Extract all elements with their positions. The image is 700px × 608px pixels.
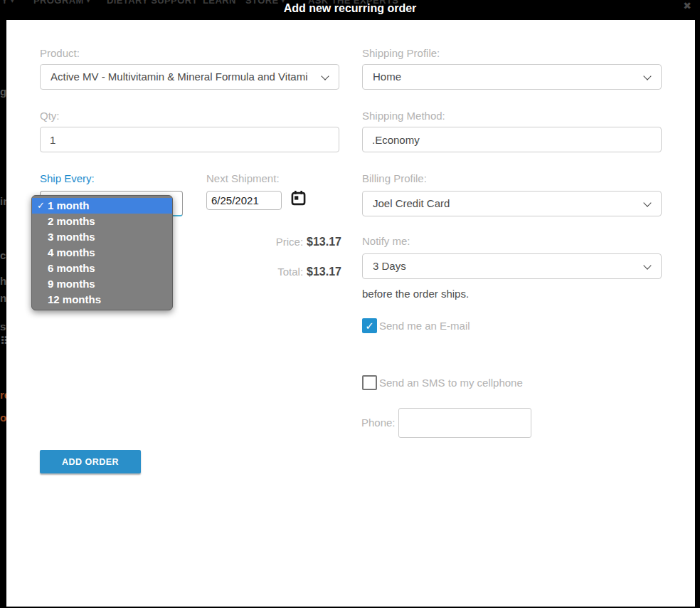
ship-every-dropdown: ✓ 1 month 2 months 3 months 4 months 6 m… <box>31 195 173 310</box>
price-row: Price: $13.17 <box>206 236 341 248</box>
notify-me-select[interactable]: 3 Days <box>362 253 662 279</box>
phone-input[interactable] <box>398 408 531 438</box>
ship-every-option[interactable]: ✓ 1 month <box>32 198 172 214</box>
price-label: Price: <box>276 236 303 248</box>
background-page-fragment: ot <box>0 412 6 424</box>
modal-title: Add new recurring order <box>0 2 700 15</box>
calendar-icon[interactable] <box>291 190 306 206</box>
email-checkbox[interactable]: ✓ <box>362 318 377 333</box>
ship-every-option-label: 12 months <box>48 292 101 308</box>
product-select[interactable]: Active MV - Multivitamin & Mineral Formu… <box>40 64 339 90</box>
ship-every-option-label: 3 months <box>48 229 95 245</box>
shipping-profile-label: Shipping Profile: <box>362 47 440 59</box>
product-label: Product: <box>40 47 80 59</box>
chevron-down-icon <box>643 72 651 80</box>
close-icon[interactable]: ✖ <box>683 0 691 11</box>
total-value: $13.17 <box>307 266 341 278</box>
billing-profile-select-value: Joel Credit Card <box>373 197 450 209</box>
sms-notify-row: ✓ Send an SMS to my cellphone <box>362 375 523 390</box>
email-checkbox-label: Send me an E-mail <box>379 320 470 332</box>
sms-checkbox[interactable]: ✓ <box>362 375 377 390</box>
shipping-profile-select-value: Home <box>373 70 401 83</box>
shipping-method-input[interactable] <box>362 127 662 152</box>
email-notify-row: ✓ Send me an E-mail <box>362 318 470 333</box>
ship-every-option-label: 6 months <box>48 261 95 276</box>
ship-every-option[interactable]: 4 months <box>32 245 172 261</box>
notify-suffix-text: before the order ships. <box>362 288 469 300</box>
notify-me-label: Notify me: <box>362 235 410 247</box>
ship-every-option-label: 4 months <box>48 245 95 261</box>
price-value: $13.17 <box>307 236 341 248</box>
add-recurring-order-modal: Product: Active MV - Multivitamin & Mine… <box>6 20 695 607</box>
background-page-fragment: in <box>0 195 6 207</box>
background-page-fragment: hip <box>0 275 6 287</box>
billing-profile-label: Billing Profile: <box>362 172 427 184</box>
next-shipment-label: Next Shipment: <box>206 172 280 184</box>
background-page-edge: ginchipns⠿reot <box>0 0 6 608</box>
ship-every-option[interactable]: 2 months <box>32 214 172 229</box>
billing-profile-select[interactable]: Joel Credit Card <box>362 191 662 216</box>
checkmark-icon: ✓ <box>37 198 45 214</box>
ship-every-option-label: 9 months <box>48 276 95 292</box>
chevron-down-icon <box>643 261 651 269</box>
notify-me-select-value: 3 Days <box>373 260 406 272</box>
next-shipment-input[interactable] <box>206 191 282 210</box>
product-select-value: Active MV - Multivitamin & Mineral Formu… <box>51 70 308 83</box>
qty-input[interactable] <box>40 127 339 152</box>
shipping-method-label: Shipping Method: <box>362 110 445 122</box>
background-page-fragment: c <box>0 249 6 261</box>
background-page-fragment: g <box>0 85 6 98</box>
total-label: Total: <box>277 266 303 278</box>
total-row: Total: $13.17 <box>206 266 341 278</box>
qty-label: Qty: <box>40 110 60 122</box>
background-page-fragment: re <box>0 389 6 401</box>
ship-every-option[interactable]: 3 months <box>32 229 172 245</box>
check-icon: ✓ <box>362 318 377 333</box>
screen: Y▾ PROGRAM▾ DIETARY SUPPORT LEARN STORE▾… <box>0 0 700 608</box>
shipping-profile-select[interactable]: Home <box>362 64 662 90</box>
ship-every-label: Ship Every: <box>40 172 95 184</box>
phone-label: Phone: <box>361 416 396 429</box>
chevron-down-icon <box>321 72 329 80</box>
chevron-down-icon <box>643 199 651 206</box>
background-page-fragment: ⠿ <box>0 335 6 347</box>
ship-every-option-label: 1 month <box>48 198 89 214</box>
sms-checkbox-label: Send an SMS to my cellphone <box>379 377 523 389</box>
background-page-fragment: s <box>0 320 6 332</box>
ship-every-option[interactable]: 6 months <box>32 261 172 276</box>
ship-every-option-label: 2 months <box>48 214 95 229</box>
background-page-fragment: n <box>0 292 6 304</box>
ship-every-option[interactable]: 9 months <box>32 276 172 292</box>
ship-every-option[interactable]: 12 months <box>32 292 172 308</box>
add-order-button[interactable]: ADD ORDER <box>40 450 141 473</box>
